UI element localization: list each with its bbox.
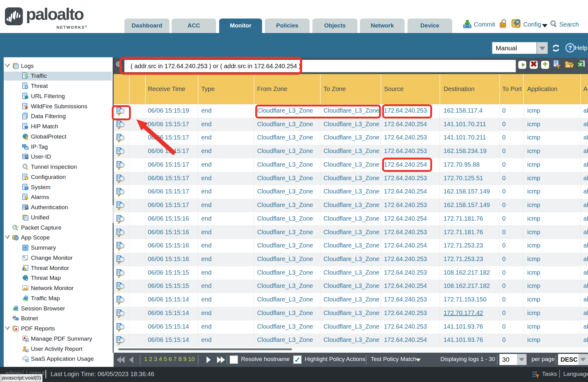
svg-text:?: ? bbox=[568, 44, 572, 51]
